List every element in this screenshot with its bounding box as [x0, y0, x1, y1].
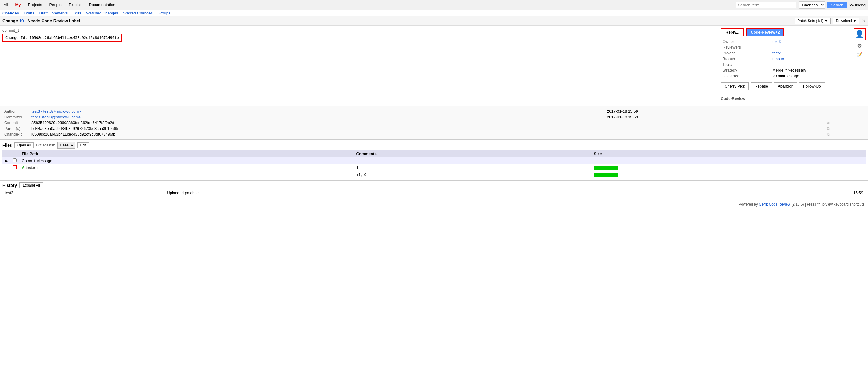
change-number[interactable]: 19	[19, 19, 24, 23]
uploaded-value: 20 minutes ago	[771, 73, 851, 79]
expand-arrow[interactable]: ▶	[2, 157, 10, 164]
change-id-box: Change-Id: I0508dc26ab63b411cec438d92df2…	[2, 34, 122, 42]
nav-projects[interactable]: Projects	[27, 2, 43, 8]
secondary-nav-starred-changes[interactable]: Starred Changes	[123, 11, 153, 16]
top-nav-links: All My Projects People Plugins Documenta…	[2, 2, 736, 8]
secondary-nav-edits[interactable]: Edits	[72, 11, 81, 16]
change-id-detail-value: l0508dc26ab63b411cec438d92df2c8df673496f…	[30, 131, 605, 137]
top-nav: All My Projects People Plugins Documenta…	[0, 0, 868, 10]
code-review-section-label: Code-Review	[721, 96, 851, 101]
project-value[interactable]: test2	[772, 51, 781, 55]
files-title: Files	[2, 143, 12, 148]
change-title: - Needs Code-Review Label	[25, 19, 80, 23]
footer-link[interactable]: Gerrit Code Review	[759, 202, 790, 206]
diff-against-select[interactable]: Base	[57, 142, 75, 149]
action-buttons: Cherry Pick Rebase Abandon Follow-Up	[721, 82, 851, 90]
table-row-total: +1, -0	[2, 172, 866, 178]
cherry-pick-button[interactable]: Cherry Pick	[721, 82, 749, 90]
owner-label: Owner	[721, 39, 771, 45]
nav-documentation[interactable]: Documentation	[88, 2, 117, 8]
nav-my[interactable]: My	[14, 2, 22, 8]
file-checkbox-outline[interactable]	[13, 165, 17, 169]
author-value[interactable]: test3 <test3@microwu.com>	[31, 109, 81, 114]
secondary-nav-watched-changes[interactable]: Watched Changes	[86, 11, 118, 16]
history-table: test3 Uploaded patch set 1. 15:59	[2, 190, 866, 196]
total-size-label: +1, -0	[354, 172, 591, 178]
col-checkbox	[10, 150, 19, 157]
file-path-commit[interactable]: Commit Message	[19, 157, 354, 164]
size-bar-2	[594, 173, 618, 177]
copy-change-id-icon[interactable]: ⧉	[827, 132, 830, 137]
right-panel-icons: 👤 ⚙ 📝	[854, 28, 866, 101]
nav-people[interactable]: People	[48, 2, 62, 8]
page-header-right: Patch Sets (1/1) ▼ Download ▼ ✕	[795, 18, 866, 24]
file-path-testmd[interactable]: A test.md	[19, 164, 354, 172]
committer-value[interactable]: test3 <test3@microwu.com>	[31, 115, 81, 119]
search-dropdown[interactable]: Changes	[799, 1, 825, 9]
secondary-nav-changes[interactable]: Changes	[2, 11, 19, 16]
top-nav-right: Changes Search xw.lipeng	[736, 1, 866, 9]
open-all-button[interactable]: Open All	[14, 142, 33, 148]
reply-row: Reply... Code-Review+2	[721, 28, 851, 36]
gear-icon[interactable]: ⚙	[857, 42, 862, 49]
nav-all[interactable]: All	[2, 2, 9, 8]
secondary-nav-drafts[interactable]: Drafts	[24, 11, 34, 16]
history-time: 15:59	[687, 190, 866, 196]
file-comments-commit	[354, 157, 591, 164]
files-table: File Path Comments Size ▶ Commit Message…	[2, 150, 866, 178]
code-review-button[interactable]: Code-Review+2	[746, 28, 784, 36]
files-section: Files Open All Diff against: Base Edit F…	[0, 140, 868, 180]
rebase-button[interactable]: Rebase	[751, 82, 772, 90]
footer: Powered by Gerrit Code Review (2.13.5) |…	[0, 200, 868, 208]
search-button[interactable]: Search	[827, 1, 847, 8]
left-panel: commit_1 Change-Id: I0508dc26ab63b411cec…	[2, 28, 718, 101]
total-size-bar	[592, 172, 866, 178]
file-size-commit	[592, 157, 866, 164]
committer-date: 2017-01-18 15:59	[605, 114, 825, 120]
reply-button[interactable]: Reply...	[721, 28, 744, 36]
expand-arrow-2[interactable]	[2, 164, 10, 172]
topic-value	[771, 62, 851, 67]
secondary-nav-draft-comments[interactable]: Draft Comments	[39, 11, 68, 16]
topic-label: Topic	[721, 62, 771, 67]
change-label: Change	[2, 19, 18, 23]
meta-table: Owner test3 Reviewers Project test2 Bran…	[721, 39, 851, 79]
secondary-nav-groups[interactable]: Groups	[158, 11, 170, 16]
owner-value[interactable]: test3	[772, 39, 781, 44]
commit-detail-table: Author test3 <test3@microwu.com> 2017-01…	[2, 108, 866, 137]
page-header-left: Change 19 - Needs Code-Review Label	[2, 19, 80, 23]
file-size-bar-cell	[592, 164, 866, 172]
pencil-icon[interactable]: 📝	[857, 52, 863, 57]
branch-value[interactable]: master	[772, 56, 784, 61]
files-header: Files Open All Diff against: Base Edit	[2, 142, 866, 149]
main-content: commit_1 Change-Id: I0508dc26ab63b411cec…	[0, 26, 868, 103]
strategy-value: Merge if Necessary	[771, 67, 851, 73]
abandon-button[interactable]: Abandon	[774, 82, 797, 90]
right-panel-inner: Reply... Code-Review+2 Owner test3 Revie…	[721, 28, 866, 101]
download-button[interactable]: Download ▼	[833, 18, 859, 24]
history-header: History Expand All	[2, 182, 866, 188]
right-panel: Reply... Code-Review+2 Owner test3 Revie…	[721, 28, 866, 101]
commit-label: commit_1	[2, 28, 718, 33]
expand-all-button[interactable]: Expand All	[19, 182, 43, 188]
strategy-label: Strategy	[721, 67, 771, 73]
file-checkbox[interactable]	[13, 158, 17, 162]
branch-label: Branch	[721, 56, 771, 62]
commit-value: 85835402629a03608880bfe362fde6417f8f9b2d	[30, 120, 605, 125]
follow-up-button[interactable]: Follow-Up	[799, 82, 825, 90]
change-id-detail-label: Change-Id	[2, 131, 30, 137]
reviewers-value	[771, 45, 851, 50]
commit-details: Author test3 <test3@microwu.com> 2017-01…	[0, 106, 868, 140]
edit-button[interactable]: Edit	[77, 142, 89, 148]
avatar-icon: 👤	[855, 30, 864, 38]
search-input[interactable]	[736, 1, 796, 8]
patch-sets-button[interactable]: Patch Sets (1/1) ▼	[795, 18, 831, 24]
col-comments: Comments	[354, 150, 591, 157]
copy-commit-icon[interactable]: ⧉	[827, 121, 830, 125]
parents-label: Parent(s)	[2, 125, 30, 131]
file-comments-count: 1	[354, 164, 591, 172]
copy-parents-icon[interactable]: ⧉	[827, 126, 830, 131]
col-size: Size	[592, 150, 866, 157]
history-row: test3 Uploaded patch set 1. 15:59	[2, 190, 866, 196]
nav-plugins[interactable]: Plugins	[68, 2, 83, 8]
